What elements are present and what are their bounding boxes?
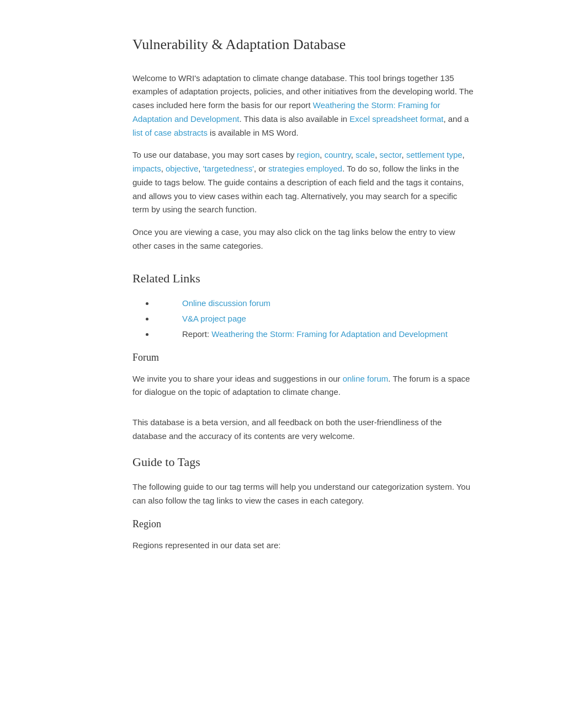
settlement-type-link[interactable]: settlement type xyxy=(406,150,463,159)
impacts-link[interactable]: impacts xyxy=(132,164,161,173)
forum-title: Forum xyxy=(132,350,475,366)
beta-note-text: This database is a beta version, and all… xyxy=(132,416,475,443)
intro-text-3: , and a xyxy=(443,114,469,124)
forum-section: Forum We invite you to share your ideas … xyxy=(132,350,475,399)
related-links-title: Related Links xyxy=(132,269,475,288)
page-container: Vulnerability & Adaptation Database Welc… xyxy=(66,0,497,601)
region-title: Region xyxy=(132,516,475,532)
objective-link[interactable]: objective xyxy=(166,164,198,173)
region-link[interactable]: region xyxy=(297,150,320,159)
page-title: Vulnerability & Adaptation Database xyxy=(132,33,475,56)
list-item: V&A project page xyxy=(155,312,475,325)
sector-link[interactable]: sector xyxy=(380,150,402,159)
list-item: Online discussion forum xyxy=(155,297,475,310)
intro-para-1: Welcome to WRI's adaptation to climate c… xyxy=(132,72,475,140)
guide-title: Guide to Tags xyxy=(132,452,475,472)
strategies-link[interactable]: strategies employed xyxy=(268,164,342,173)
targetedness-link[interactable]: 'targetedness' xyxy=(203,164,254,173)
report-prefix: Report: xyxy=(182,329,211,339)
sort-text-before: To use our database, you may sort cases … xyxy=(132,150,297,159)
va-project-page-link[interactable]: V&A project page xyxy=(182,314,246,323)
intro-section: Welcome to WRI's adaptation to climate c… xyxy=(132,72,475,253)
intro-text-2: . This data is also available in xyxy=(239,114,349,124)
title-section: Vulnerability & Adaptation Database xyxy=(132,33,475,56)
guide-intro: The following guide to our tag terms wil… xyxy=(132,480,475,508)
scale-link[interactable]: scale xyxy=(355,150,375,159)
online-discussion-forum-link[interactable]: Online discussion forum xyxy=(182,298,270,308)
report-link[interactable]: Weathering the Storm: Framing for Adapta… xyxy=(211,329,447,339)
online-forum-link[interactable]: online forum xyxy=(343,374,389,383)
intro-text-4: is available in MS Word. xyxy=(208,128,299,137)
click-para: Once you are viewing a case, you may als… xyxy=(132,226,475,253)
guide-section: Guide to Tags The following guide to our… xyxy=(132,452,475,553)
related-links-list: Online discussion forum V&A project page… xyxy=(132,297,475,341)
excel-spreadsheet-link[interactable]: Excel spreadsheet format xyxy=(349,114,443,124)
forum-text-before: We invite you to share your ideas and su… xyxy=(132,374,343,383)
forum-para: We invite you to share your ideas and su… xyxy=(132,372,475,400)
beta-note-section: This database is a beta version, and all… xyxy=(132,416,475,443)
sort-para: To use our database, you may sort cases … xyxy=(132,148,475,217)
region-intro: Regions represented in our data set are: xyxy=(132,539,475,553)
related-links-section: Related Links Online discussion forum V&… xyxy=(132,269,475,399)
case-abstracts-link[interactable]: list of case abstracts xyxy=(132,128,208,137)
country-link[interactable]: country xyxy=(325,150,351,159)
list-item: Report: Weathering the Storm: Framing fo… xyxy=(155,328,475,341)
